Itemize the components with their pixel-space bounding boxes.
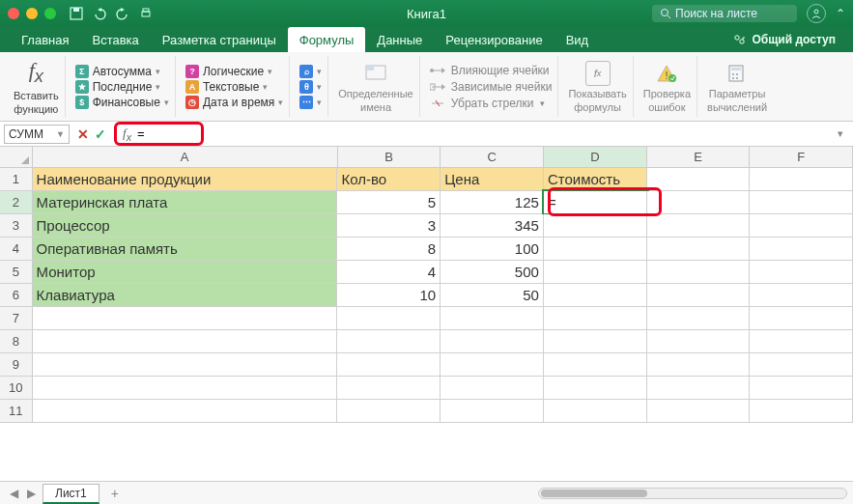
user-account-icon[interactable] [807,4,826,23]
col-header-E[interactable]: E [647,147,751,167]
cell-B5[interactable]: 4 [337,261,441,283]
datetime-button[interactable]: ◷Дата и время▾ [185,96,283,109]
more-functions-button[interactable]: ⋯▾ [299,96,322,109]
spreadsheet-grid[interactable]: A B C D E F 1 Наименование продукции Кол… [0,147,853,481]
cell-D1[interactable]: Стоимость [544,168,647,190]
remove-arrows-button[interactable]: Убрать стрелки▾ [430,97,553,110]
col-header-A[interactable]: A [33,147,338,167]
cell-B4[interactable]: 8 [337,238,441,260]
cell-C5[interactable]: 500 [441,261,544,283]
cell-A6[interactable]: Клавиатура [33,284,338,306]
cell-D2-editing[interactable]: = [544,191,647,213]
name-box[interactable]: СУММ ▼ [4,125,70,144]
save-icon[interactable] [68,5,85,22]
cell-E1[interactable] [647,168,751,190]
cell-A4[interactable]: Оперативная память [33,238,338,260]
svg-point-18 [668,74,676,82]
financial-button[interactable]: $Финансовые▾ [75,96,169,109]
math-button[interactable]: θ▾ [299,80,322,94]
close-window-icon[interactable] [8,8,19,19]
tab-home[interactable]: Главная [10,27,80,52]
cell-F4[interactable] [750,238,853,260]
row-header-1[interactable]: 1 [0,168,33,190]
cell-C3[interactable]: 345 [441,214,544,237]
tab-review[interactable]: Рецензирование [434,27,554,52]
svg-rect-20 [731,68,741,70]
cell-D5[interactable] [544,261,647,283]
zoom-window-icon[interactable] [44,8,56,19]
redo-icon[interactable] [114,5,131,22]
col-header-D[interactable]: D [544,147,647,167]
insert-function-button[interactable]: fx Вставить функцию [14,58,59,114]
row-header-3[interactable]: 3 [0,214,33,237]
svg-text:!: ! [666,70,668,81]
row-header-5[interactable]: 5 [0,261,33,283]
cell-A2[interactable]: Материнская плата [33,191,338,213]
cell-F2[interactable] [750,191,853,213]
recent-functions-button[interactable]: ★Последние▾ [75,80,169,94]
horizontal-scrollbar[interactable] [538,488,847,499]
cell-D4[interactable] [544,238,647,260]
cell-A3[interactable]: Процессор [33,214,338,237]
minimize-window-icon[interactable] [26,8,38,19]
scrollbar-thumb[interactable] [541,490,647,497]
tab-view[interactable]: Вид [554,27,601,52]
row-header-4[interactable]: 4 [0,238,33,260]
cell-E6[interactable] [647,284,751,306]
cell-B6[interactable]: 10 [337,284,441,306]
show-formulas-button[interactable]: fx Показывать формулы [568,61,626,113]
cell-D3[interactable] [544,214,647,237]
cell-E3[interactable] [647,214,751,237]
cell-B3[interactable]: 3 [337,214,441,237]
cell-E5[interactable] [647,261,751,283]
cell-C6[interactable]: 50 [441,284,544,306]
cell-A1[interactable]: Наименование продукции [33,168,338,190]
tab-page-layout[interactable]: Разметка страницы [151,27,288,52]
cell-B2[interactable]: 5 [337,191,441,213]
print-icon[interactable] [137,5,155,22]
calculation-options-button[interactable]: Параметры вычислений [707,61,767,113]
svg-point-24 [736,77,738,79]
sheet-tab-1[interactable]: Лист1 [43,484,100,504]
cell-F6[interactable] [750,284,853,306]
col-header-B[interactable]: B [338,147,441,167]
defined-names-button[interactable]: Определенные имена [338,61,412,113]
cell-F1[interactable] [750,168,853,190]
cell-C4[interactable]: 100 [441,238,544,260]
tab-data[interactable]: Данные [365,27,434,52]
row-header-2[interactable]: 2 [0,191,33,213]
error-checking-button[interactable]: ! Проверка ошибок [643,61,691,113]
share-button[interactable]: Общий доступ [725,27,843,52]
cell-D6[interactable] [544,284,647,306]
sheet-nav-next-icon[interactable]: ▶ [23,487,39,500]
cell-F3[interactable] [750,214,853,237]
select-all-corner[interactable] [0,147,33,167]
cell-F5[interactable] [750,261,853,283]
confirm-edit-button[interactable]: ✓ [95,126,106,142]
undo-icon[interactable] [91,5,108,22]
cell-C2[interactable]: 125 [441,191,544,213]
col-header-F[interactable]: F [750,147,853,167]
formula-bar-expand-icon[interactable]: ▾ [832,127,849,140]
sheet-search[interactable]: Поиск на листе [652,5,797,22]
autosum-button[interactable]: ΣАвтосумма▾ [75,65,169,78]
row-header-6[interactable]: 6 [0,284,33,306]
cell-E2[interactable] [647,191,751,213]
col-header-C[interactable]: C [441,147,544,167]
formula-input[interactable] [137,126,195,141]
cancel-edit-button[interactable]: ✕ [77,126,89,142]
lookup-button[interactable]: ⌕▾ [299,65,322,78]
tab-formulas[interactable]: Формулы [288,27,366,52]
sheet-nav-prev-icon[interactable]: ◀ [6,487,21,500]
help-icon[interactable]: ⌃ [836,7,845,20]
cell-B1[interactable]: Кол-во [337,168,441,190]
tab-insert[interactable]: Вставка [80,27,150,52]
text-button[interactable]: AТекстовые▾ [185,80,283,94]
cell-E4[interactable] [647,238,751,260]
cell-A5[interactable]: Монитор [33,261,338,283]
trace-precedents-button[interactable]: Влияющие ячейки [430,64,553,77]
add-sheet-button[interactable]: + [103,486,127,501]
trace-dependents-button[interactable]: Зависимые ячейки [430,80,553,94]
cell-C1[interactable]: Цена [441,168,544,190]
logical-button[interactable]: ?Логические▾ [185,65,283,78]
